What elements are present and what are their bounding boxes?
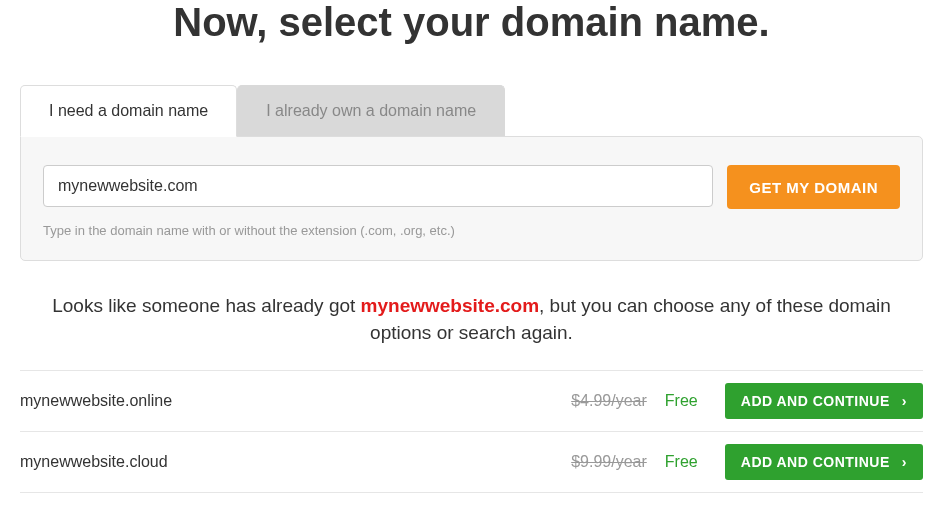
notice-taken-domain: mynewwebsite.com (361, 295, 539, 316)
search-hint: Type in the domain name with or without … (43, 223, 900, 238)
domain-taken-notice: Looks like someone has already got mynew… (40, 293, 903, 346)
old-price: $9.99/year (571, 453, 647, 471)
domain-input[interactable] (43, 165, 713, 207)
result-list: mynewwebsite.online $4.99/year Free ADD … (20, 370, 923, 493)
page-title: Now, select your domain name. (20, 0, 923, 45)
notice-prefix: Looks like someone has already got (52, 295, 360, 316)
chevron-right-icon: › (902, 393, 907, 409)
price-label: Free (665, 392, 707, 410)
result-domain: mynewwebsite.cloud (20, 453, 571, 471)
tab-row: I need a domain name I already own a dom… (20, 85, 923, 136)
add-button-label: ADD AND CONTINUE (741, 454, 890, 470)
tab-own-domain[interactable]: I already own a domain name (237, 85, 505, 136)
search-panel: GET MY DOMAIN Type in the domain name wi… (20, 136, 923, 261)
tab-need-domain[interactable]: I need a domain name (20, 85, 237, 137)
result-row: mynewwebsite.online $4.99/year Free ADD … (20, 370, 923, 431)
old-price: $4.99/year (571, 392, 647, 410)
add-button-label: ADD AND CONTINUE (741, 393, 890, 409)
result-domain: mynewwebsite.online (20, 392, 571, 410)
add-and-continue-button[interactable]: ADD AND CONTINUE › (725, 444, 923, 480)
chevron-right-icon: › (902, 454, 907, 470)
result-row: mynewwebsite.cloud $9.99/year Free ADD A… (20, 431, 923, 493)
add-and-continue-button[interactable]: ADD AND CONTINUE › (725, 383, 923, 419)
get-domain-button[interactable]: GET MY DOMAIN (727, 165, 900, 209)
price-label: Free (665, 453, 707, 471)
